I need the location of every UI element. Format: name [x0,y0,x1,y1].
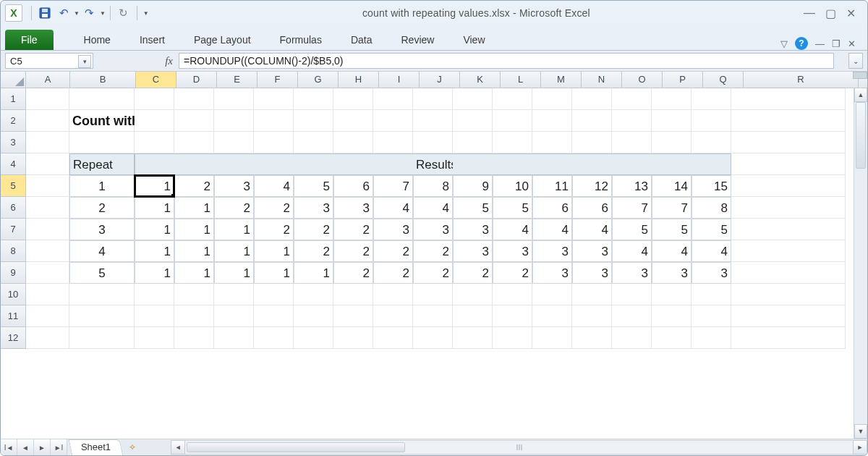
row-header-7[interactable]: 7 [1,219,26,240]
cell-O4[interactable] [612,153,652,175]
cell-G2[interactable] [294,110,333,132]
cell-F12[interactable] [254,327,294,349]
cell-R12[interactable] [731,327,846,349]
cell-E6[interactable]: 2 [214,197,254,219]
cell-K5[interactable]: 9 [453,175,493,197]
cell-Q3[interactable] [692,132,731,153]
cell-D3[interactable] [174,132,214,153]
cell-L12[interactable] [493,327,532,349]
cell-J12[interactable] [413,327,453,349]
cell-Q12[interactable] [692,327,731,349]
fx-icon[interactable]: fx [165,55,173,67]
cell-I5[interactable]: 7 [373,175,413,197]
cell-L10[interactable] [493,284,532,305]
cell-B4[interactable]: Repeat [69,153,135,175]
cell-I10[interactable] [373,284,413,305]
name-box-dropdown[interactable]: ▾ [78,55,91,68]
column-header-O[interactable]: O [622,72,663,88]
minimize-button[interactable]: ― [804,7,815,20]
cell-P3[interactable] [652,132,692,153]
cell-H11[interactable] [333,305,373,327]
cell-I12[interactable] [373,327,413,349]
cell-M9[interactable]: 3 [532,262,572,284]
maximize-button[interactable]: ▢ [825,7,836,20]
qat-customize-dropdown[interactable]: ▼ [143,10,149,17]
cell-C10[interactable] [135,284,174,305]
cell-I11[interactable] [373,305,413,327]
row-header-5[interactable]: 5 [1,175,26,197]
new-sheet-button[interactable]: ✧ [123,439,142,455]
cell-B1[interactable] [69,88,135,110]
column-header-E[interactable]: E [217,72,258,88]
vertical-split-handle[interactable] [853,72,867,79]
cell-N9[interactable]: 3 [572,262,612,284]
cell-G5[interactable]: 5 [294,175,333,197]
cell-K9[interactable]: 2 [453,262,493,284]
cell-G6[interactable]: 3 [294,197,333,219]
cell-C11[interactable] [135,305,174,327]
tab-formulas[interactable]: Formulas [265,30,336,50]
cell-M8[interactable]: 3 [532,240,572,262]
cell-B12[interactable] [69,327,135,349]
cell-N2[interactable] [572,110,612,132]
cell-G7[interactable]: 2 [294,219,333,240]
cell-O9[interactable]: 3 [612,262,652,284]
cell-G10[interactable] [294,284,333,305]
cell-P5[interactable]: 14 [652,175,692,197]
cell-P11[interactable] [652,305,692,327]
cell-O2[interactable] [612,110,652,132]
cell-P4[interactable] [652,153,692,175]
cell-J5[interactable]: 8 [413,175,453,197]
wb-close-button[interactable]: ✕ [848,38,856,49]
column-header-J[interactable]: J [420,72,460,88]
cell-Q6[interactable]: 8 [692,197,731,219]
cell-I2[interactable] [373,110,413,132]
column-header-B[interactable]: B [70,72,136,88]
cell-I6[interactable]: 4 [373,197,413,219]
cell-M2[interactable] [532,110,572,132]
wb-restore-button[interactable]: ❐ [832,38,841,49]
cell-H3[interactable] [333,132,373,153]
cell-F7[interactable]: 2 [254,219,294,240]
cell-D2[interactable] [174,110,214,132]
select-all-corner[interactable] [1,72,26,88]
cell-R7[interactable] [731,219,846,240]
cell-J7[interactable]: 3 [413,219,453,240]
cell-N8[interactable]: 3 [572,240,612,262]
cell-A7[interactable] [26,219,69,240]
cell-D9[interactable]: 1 [174,262,214,284]
scroll-down-button[interactable]: ▼ [854,424,867,439]
cell-O8[interactable]: 4 [612,240,652,262]
cell-P10[interactable] [652,284,692,305]
cell-A4[interactable] [26,153,69,175]
cell-J2[interactable] [413,110,453,132]
cell-N10[interactable] [572,284,612,305]
cell-D1[interactable] [174,88,214,110]
cell-J1[interactable] [413,88,453,110]
cell-E3[interactable] [214,132,254,153]
cell-J8[interactable]: 2 [413,240,453,262]
cell-O11[interactable] [612,305,652,327]
cell-B7[interactable]: 3 [69,219,135,240]
cell-P7[interactable]: 5 [652,219,692,240]
cell-K6[interactable]: 5 [453,197,493,219]
cell-H2[interactable] [333,110,373,132]
cell-Q2[interactable] [692,110,731,132]
help-button[interactable]: ? [795,37,808,50]
cell-H5[interactable]: 6 [333,175,373,197]
cell-P8[interactable]: 4 [652,240,692,262]
cell-C12[interactable] [135,327,174,349]
cell-G3[interactable] [294,132,333,153]
cell-O10[interactable] [612,284,652,305]
cell-F10[interactable] [254,284,294,305]
cell-G9[interactable]: 1 [294,262,333,284]
cell-C2[interactable] [135,110,174,132]
save-button[interactable] [36,4,54,22]
cell-K10[interactable] [453,284,493,305]
cell-N7[interactable]: 4 [572,219,612,240]
cell-H7[interactable]: 2 [333,219,373,240]
cell-N1[interactable] [572,88,612,110]
cell-B11[interactable] [69,305,135,327]
column-header-D[interactable]: D [176,72,217,88]
tab-insert[interactable]: Insert [125,30,179,50]
